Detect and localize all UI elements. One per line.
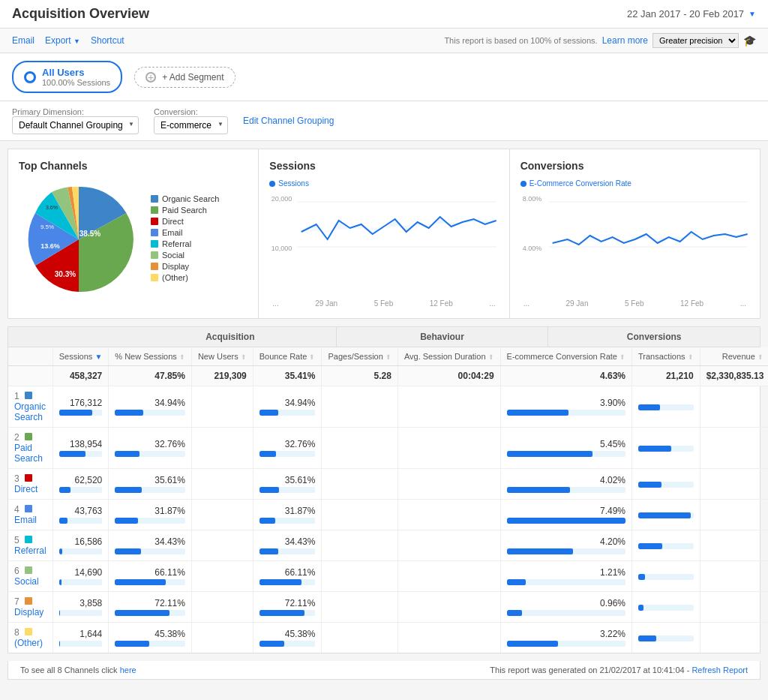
see-all-link[interactable]: here [120,665,136,674]
conversion-select[interactable]: E-commerce [154,116,228,134]
conv-bar-fill [507,579,526,585]
sessions-x-axis: ... 29 Jan 5 Feb 12 Feb ... [269,299,498,308]
add-segment-button[interactable]: + + Add Segment [134,67,235,88]
pages-cell [322,428,398,469]
total-avg: 00:04:29 [398,366,500,386]
conv-rate-cell: 7.49% [500,500,632,530]
th-ecommerce-rate[interactable]: E-commerce Conversion Rate ⬆ [500,347,632,366]
channel-link[interactable]: Direct [14,484,38,494]
channel-color-dot [25,536,32,543]
avg-session-cell [398,561,500,592]
pct-new-bar-fill [115,579,165,585]
legend-dot-direct [151,218,158,225]
th-revenue[interactable]: Revenue ⬆ [700,347,768,366]
export-button[interactable]: Export ▼ [45,35,80,46]
toolbar: Email Export ▼ Shortcut This report is b… [0,29,768,53]
conv-rate-cell: 4.20% [500,530,632,561]
acquisition-group-label: Acquisition [124,327,337,347]
sessions-bar [59,610,103,616]
revenue-cell [700,530,768,561]
legend-organic-search: Organic Search [151,194,219,203]
channel-cell: 5 Referral [8,530,52,561]
bounce-cell: 32.76% [253,428,322,469]
trans-bar [638,635,694,641]
pages-cell [322,623,398,653]
channel-link[interactable]: Social [14,576,39,587]
pct-new-bar [115,487,185,493]
row-number: 4 [14,504,20,515]
conv-bar [507,410,626,416]
channel-link[interactable]: Organic Search [14,401,46,422]
table-group-header: Acquisition Behaviour Conversions [8,327,760,347]
channel-link[interactable]: Display [14,607,44,617]
pct-new-cell: 35.61% [109,469,192,500]
total-transactions: 21,210 [632,366,700,386]
legend-other: (Other) [151,273,219,282]
avg-session-cell [398,530,500,561]
new-users-cell [191,469,253,500]
conv-bar-fill [507,487,570,493]
channel-color-dot [25,597,32,605]
new-users-cell [191,500,253,530]
page-title: Acquisition Overview [12,6,149,22]
toolbar-left: Email Export ▼ Shortcut [12,35,124,46]
segment-name: All Users [42,67,110,78]
svg-text:8.00%: 8.00% [522,195,542,203]
sessions-bar-fill [59,451,86,457]
th-sessions[interactable]: Sessions ▼ [52,347,109,366]
learn-more-link[interactable]: Learn more [602,35,648,46]
conversions-chart-title: Conversions [520,160,749,172]
data-table-section: Acquisition Behaviour Conversions Sessio… [8,326,760,653]
conv-bar-fill [507,610,523,616]
transactions-cell [632,428,700,469]
conv-rate-cell: 3.22% [500,623,632,653]
shortcut-button[interactable]: Shortcut [91,35,124,46]
channel-link[interactable]: (Other) [14,638,43,648]
svg-text:38.5%: 38.5% [80,230,100,238]
th-bounce-rate[interactable]: Bounce Rate ⬆ [253,347,322,366]
conversions-group-label: Conversions [548,327,760,347]
sessions-cell: 62,520 [52,469,109,500]
new-users-cell [191,530,253,561]
bounce-bar [260,451,316,457]
total-row: 458,327 47.85% 219,309 35.41% 5.28 00:04… [8,366,768,386]
bounce-bar-fill [260,641,284,647]
th-avg-session[interactable]: Avg. Session Duration ⬆ [398,347,500,366]
primary-dimension-select[interactable]: Default Channel Grouping [12,116,139,134]
svg-text:4.00%: 4.00% [522,245,542,252]
sessions-cell: 138,954 [52,428,109,469]
th-transactions[interactable]: Transactions ⬆ [632,347,700,366]
sessions-legend: Sessions [269,179,498,188]
th-pct-new-sessions[interactable]: % New Sessions ⬆ [109,347,192,366]
email-button[interactable]: Email [12,35,34,46]
sessions-cell: 14,690 [52,561,109,592]
th-new-users[interactable]: New Users ⬆ [191,347,253,366]
edit-channel-grouping-link[interactable]: Edit Channel Grouping [243,116,334,126]
avg-session-cell [398,428,500,469]
top-channels-panel: Top Channels 38.5% [8,149,259,318]
hat-icon[interactable]: 🎓 [743,35,756,47]
row-number: 7 [14,596,20,607]
trans-bar [638,543,694,549]
channel-link[interactable]: Email [14,515,37,525]
all-users-segment[interactable]: All Users 100.00% Sessions [12,61,122,93]
trans-bar-fill [638,574,645,580]
segment-icon [24,71,36,83]
trans-bar-fill [638,543,662,549]
pct-new-cell: 34.43% [109,530,192,561]
precision-select[interactable]: Greater precision [652,33,739,48]
th-pages-session[interactable]: Pages/Session ⬆ [322,347,398,366]
add-segment-label: + Add Segment [162,72,224,83]
bounce-bar-fill [260,451,276,457]
conv-bar [507,641,626,647]
channel-link[interactable]: Paid Search [14,443,43,464]
refresh-report-link[interactable]: Refresh Report [692,665,748,674]
pages-cell [322,530,398,561]
svg-text:9.5%: 9.5% [40,224,54,230]
channel-link[interactable]: Referral [14,545,46,556]
charts-section: Top Channels 38.5% [8,149,760,319]
new-users-cell [191,623,253,653]
legend-email: Email [151,228,219,237]
bounce-cell: 66.11% [253,561,322,592]
pct-new-bar [115,451,185,457]
